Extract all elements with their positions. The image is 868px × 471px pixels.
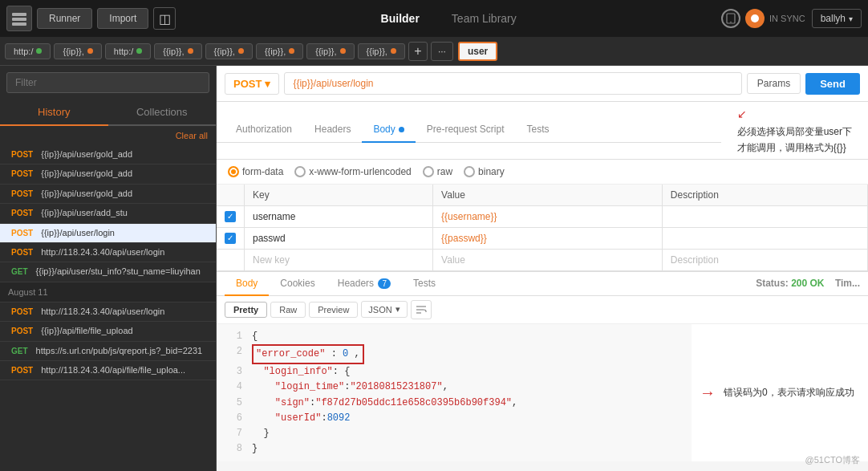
radio-raw[interactable]: raw [423, 166, 452, 177]
list-item[interactable]: POST {{ip}}/api/user/add_stu [0, 204, 216, 223]
col-checkbox [217, 185, 245, 206]
time-label: Tim... [835, 278, 860, 289]
list-item-active[interactable]: POST {{ip}}/api/user/login [0, 224, 216, 243]
team-library-nav-item[interactable]: Team Library [452, 12, 517, 25]
body-options: form-data x-www-form-urlencoded raw bina… [217, 160, 868, 185]
main-content: History Collections Clear all POST {{ip}… [0, 66, 868, 471]
list-item[interactable]: GET https://s.url.cn/pub/js/qreport.js?_… [0, 342, 216, 361]
method-badge-post: POST [8, 365, 36, 376]
json-line-1: 1 { [217, 329, 692, 344]
tab-ip5[interactable]: {{ip}}, [306, 43, 354, 59]
tab-dot-orange [391, 48, 396, 54]
raw-button[interactable]: Raw [270, 302, 306, 318]
wrap-lines-button[interactable] [411, 300, 432, 319]
filter-row [0, 66, 216, 99]
resp-tab-body[interactable]: Body [225, 272, 269, 296]
json-line-2: 2 "error_code" : 0 , [217, 344, 692, 364]
params-button[interactable]: Params [747, 73, 801, 94]
new-desc-cell[interactable]: Description [662, 249, 867, 270]
list-item[interactable]: POST http://118.24.3.40/api/user/login [0, 302, 216, 322]
annotation-arrow-1: ↙ [737, 105, 852, 123]
active-tab-user[interactable]: user [458, 42, 497, 61]
new-request-button[interactable]: ◫ [153, 7, 176, 30]
user-name-label: ballyh [821, 13, 846, 24]
method-chevron-icon: ▾ [265, 78, 270, 90]
list-item[interactable]: POST {{ip}}/api/file/file_upload [0, 322, 216, 341]
method-badge-post: POST [8, 228, 36, 238]
url-input[interactable] [284, 72, 741, 95]
phone-icon [721, 9, 740, 28]
clear-all-button[interactable]: Clear all [0, 126, 216, 145]
radio-urlencoded[interactable]: x-www-form-urlencoded [294, 166, 411, 177]
pretty-button[interactable]: Pretty [225, 302, 267, 318]
user-menu-button[interactable]: ballyh ▾ [812, 9, 862, 28]
tab-dot-orange [188, 48, 193, 54]
key-cell[interactable]: passwd [245, 227, 433, 249]
annotation-arrow-2: → [700, 384, 716, 402]
collections-tab[interactable]: Collections [108, 99, 217, 124]
filter-input[interactable] [6, 72, 209, 93]
sync-status-text: IN SYNC [769, 14, 805, 23]
resp-tab-tests[interactable]: Tests [402, 272, 447, 296]
list-item[interactable]: GET {{ip}}/api/user/stu_info?stu_name=li… [0, 262, 216, 282]
preview-button[interactable]: Preview [309, 302, 358, 318]
tab-http1[interactable]: http:/ [5, 43, 51, 59]
format-select[interactable]: JSON ▾ [361, 301, 407, 318]
value-cell[interactable]: {{passwd}} [433, 227, 663, 249]
send-button[interactable]: Send [805, 73, 860, 95]
desc-cell[interactable] [662, 227, 867, 249]
chevron-down-icon: ▾ [849, 14, 853, 23]
list-item[interactable]: POST {{ip}}/api/user/gold_add [0, 185, 216, 204]
list-item[interactable]: POST {{ip}}/api/user/gold_add [0, 164, 216, 184]
import-button[interactable]: Import [97, 8, 148, 29]
tab-dot-orange [289, 48, 294, 54]
resp-tab-cookies[interactable]: Cookies [269, 272, 326, 296]
tab-tests[interactable]: Tests [515, 117, 560, 143]
radio-circle [464, 166, 475, 177]
history-tab[interactable]: History [0, 99, 108, 126]
format-chevron-icon: ▾ [395, 304, 400, 315]
logo-button[interactable] [6, 6, 32, 31]
more-tabs-button[interactable]: ··· [431, 42, 453, 61]
tab-http2[interactable]: http:/ [105, 43, 151, 59]
radio-form-data[interactable]: form-data [228, 166, 283, 177]
annotation-2-text: 错误码为0，表示请求响应成功 [724, 386, 854, 400]
tab-label: {{ip}}, [214, 47, 235, 56]
value-cell[interactable]: {{username}} [433, 205, 663, 227]
annotation-text-line2: 才能调用，调用格式为{{}} [737, 140, 852, 156]
col-key-header: Key [245, 185, 433, 206]
tab-authorization[interactable]: Authorization [225, 117, 303, 143]
new-value-cell[interactable]: Value [433, 249, 663, 270]
request-tabs-row: http:/ {{ip}}, http:/ {{ip}}, {{ip}}, {{… [0, 37, 868, 66]
checkbox-passwd[interactable]: ✓ [225, 233, 236, 244]
list-item[interactable]: POST {{ip}}/api/user/gold_add [0, 145, 216, 164]
resp-tab-headers[interactable]: Headers 7 [327, 272, 402, 296]
desc-cell[interactable] [662, 205, 867, 227]
tab-ip1[interactable]: {{ip}}, [54, 43, 101, 59]
tab-ip4[interactable]: {{ip}}, [256, 43, 303, 59]
add-tab-button[interactable]: + [408, 42, 428, 61]
response-toolbar: Pretty Raw Preview JSON ▾ [217, 296, 868, 324]
tab-body[interactable]: Body [362, 117, 415, 143]
method-select[interactable]: POST ▾ [225, 73, 279, 95]
tab-ip2[interactable]: {{ip}}, [154, 43, 201, 59]
checkbox-username[interactable]: ✓ [225, 211, 236, 222]
list-item[interactable]: POST http://118.24.3.40/api/user/login [0, 243, 216, 262]
tab-headers[interactable]: Headers [303, 117, 362, 143]
builder-nav-item[interactable]: Builder [381, 12, 420, 25]
response-section: Body Cookies Headers 7 Tests Status: 200… [217, 271, 868, 462]
tab-label: http:/ [14, 47, 33, 56]
method-badge-post: POST [8, 326, 36, 336]
tab-pre-request-script[interactable]: Pre-request Script [416, 117, 516, 143]
tab-dot-orange [340, 48, 346, 54]
radio-binary[interactable]: binary [464, 166, 505, 177]
new-key-cell[interactable]: New key [245, 249, 433, 270]
runner-button[interactable]: Runner [37, 8, 92, 29]
tab-ip6[interactable]: {{ip}}, [358, 43, 405, 59]
key-cell[interactable]: username [245, 205, 433, 227]
tab-label: http:/ [114, 47, 133, 56]
col-desc-header: Description [662, 185, 867, 206]
tab-ip3[interactable]: {{ip}}, [205, 43, 253, 59]
list-item[interactable]: POST http://118.24.3.40/api/file/file_up… [0, 361, 216, 380]
table-row: ✓ username {{username}} [217, 205, 868, 227]
